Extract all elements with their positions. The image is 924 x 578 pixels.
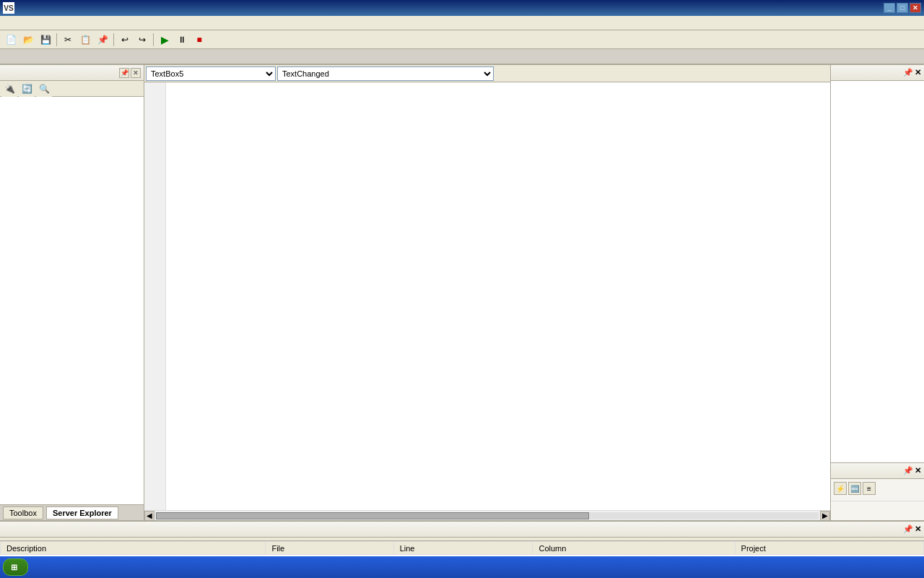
scroll-right-button[interactable]: ▶ [820, 511, 830, 521]
member-dropdown-left[interactable]: TextBox5 [146, 66, 276, 81]
pin-button[interactable]: 📌 [119, 68, 129, 78]
toolbar: 📄 📂 💾 ✂ 📋 📌 ↩ ↪ ▶ ⏸ ■ [0, 30, 924, 49]
solution-header-buttons: 📌 ✕ [903, 68, 921, 77]
redo-button[interactable]: ↪ [134, 32, 150, 48]
properties-selected-item [831, 498, 924, 501]
col-column[interactable]: Column [533, 542, 735, 555]
col-line[interactable]: Line [393, 542, 533, 555]
col-file[interactable]: File [266, 542, 393, 555]
solution-explorer-header: 📌 ✕ [831, 65, 924, 81]
taskbar: ⊞ [0, 556, 924, 578]
col-project[interactable]: Project [735, 542, 923, 555]
scrollbar-thumb[interactable] [156, 512, 589, 519]
code-editor-area: TextBox5 TextChanged ◀ ▶ [144, 65, 830, 520]
properties-btn-3[interactable]: ≡ [863, 482, 876, 495]
close-error-button[interactable]: ✕ [915, 525, 921, 534]
toolbar-separator-3 [153, 33, 154, 46]
properties-panel: 📌 ✕ ⚡ 🔤 ≡ [831, 462, 924, 520]
minimize-button[interactable]: _ [884, 3, 895, 13]
error-list-table: Description File Line Column Project [0, 541, 924, 555]
scroll-left-button[interactable]: ◀ [144, 511, 154, 521]
filter-button[interactable]: 🔍 [36, 81, 52, 97]
error-list-header: 📌 ✕ [0, 522, 924, 538]
tab-strip [0, 49, 924, 65]
header-buttons: 📌 ✕ [119, 68, 141, 78]
toolbar-separator-1 [56, 33, 57, 46]
member-dropdown-right[interactable]: TextChanged [277, 66, 494, 81]
properties-btn-2[interactable]: 🔤 [848, 482, 861, 495]
server-explorer-bottom-tabs: Toolbox Server Explorer [0, 504, 144, 520]
col-description[interactable]: Description [1, 542, 266, 555]
properties-header: 📌 ✕ [831, 463, 924, 479]
properties-btn-1[interactable]: ⚡ [834, 482, 847, 495]
start-button[interactable]: ⊞ [3, 558, 28, 576]
close-panel-button[interactable]: ✕ [131, 68, 141, 78]
scrollbar-track[interactable] [156, 512, 819, 519]
undo-button[interactable]: ↩ [117, 32, 133, 48]
pause-button[interactable]: ⏸ [174, 32, 190, 48]
title-bar: VS _ □ ✕ [0, 0, 924, 16]
run-button[interactable]: ▶ [157, 32, 173, 48]
pin-properties-button[interactable]: 📌 [903, 466, 913, 475]
save-button[interactable]: 💾 [38, 32, 53, 48]
toolbar-separator-2 [113, 33, 114, 46]
toolbox-tab[interactable]: Toolbox [3, 506, 43, 519]
window-controls: _ □ ✕ [884, 3, 921, 13]
close-button[interactable]: ✕ [910, 3, 921, 13]
editor-toolbar: TextBox5 TextChanged [144, 65, 830, 82]
server-explorer-header: 📌 ✕ [0, 65, 144, 81]
close-properties-button[interactable]: ✕ [915, 466, 921, 475]
windows-icon: ⊞ [11, 563, 17, 572]
line-numbers [144, 82, 166, 510]
refresh-button[interactable]: 🔄 [19, 81, 35, 97]
main-layout: 📌 ✕ 🔌 🔄 🔍 Toolbox Server Explorer TextBo… [0, 65, 924, 520]
menu-bar [0, 16, 924, 30]
server-explorer-toolbar: 🔌 🔄 🔍 [0, 81, 144, 97]
horizontal-scrollbar[interactable]: ◀ ▶ [144, 510, 830, 520]
code-content[interactable] [166, 82, 830, 510]
connect-db-button[interactable]: 🔌 [1, 81, 17, 97]
open-button[interactable]: 📂 [20, 32, 36, 48]
pin-solution-button[interactable]: 📌 [903, 68, 913, 77]
paste-button[interactable]: 📌 [95, 32, 110, 48]
server-explorer-tab[interactable]: Server Explorer [46, 506, 118, 519]
app-icon: VS [3, 2, 14, 14]
copy-button[interactable]: 📋 [77, 32, 93, 48]
pin-error-button[interactable]: 📌 [903, 525, 913, 534]
code-editor[interactable] [144, 82, 830, 510]
server-explorer-panel: 📌 ✕ 🔌 🔄 🔍 Toolbox Server Explorer [0, 65, 144, 520]
new-project-button[interactable]: 📄 [3, 32, 19, 48]
properties-content: ⚡ 🔤 ≡ [831, 479, 924, 498]
solution-tree [831, 81, 924, 462]
maximize-button[interactable]: □ [897, 3, 908, 13]
database-tree [0, 97, 144, 504]
solution-explorer-panel: 📌 ✕ 📌 ✕ ⚡ 🔤 ≡ [830, 65, 924, 520]
close-solution-button[interactable]: ✕ [915, 68, 921, 77]
stop-button[interactable]: ■ [191, 32, 207, 48]
cut-button[interactable]: ✂ [60, 32, 76, 48]
